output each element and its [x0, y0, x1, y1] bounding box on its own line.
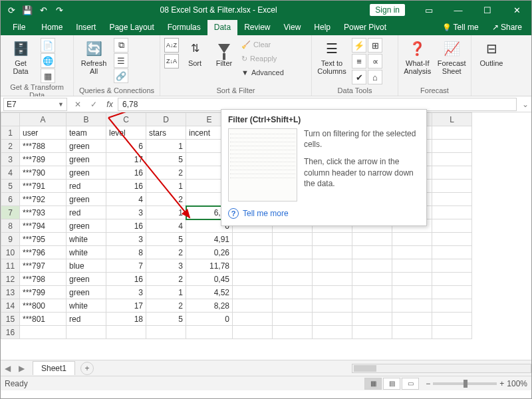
- cell[interactable]: 3: [146, 259, 186, 273]
- cell[interactable]: 5: [146, 313, 186, 326]
- cell[interactable]: [432, 326, 472, 339]
- flash-fill-icon[interactable]: ⚡: [352, 38, 366, 53]
- cell[interactable]: 18: [106, 313, 146, 326]
- redo-icon[interactable]: ↷: [51, 2, 67, 18]
- from-web-icon[interactable]: 🌐: [41, 53, 55, 68]
- autosave-icon[interactable]: ⟳: [3, 2, 19, 18]
- cell[interactable]: user: [20, 126, 66, 140]
- tab-page-layout[interactable]: Page Layout: [102, 20, 160, 35]
- cell[interactable]: [273, 313, 313, 326]
- cell[interactable]: [313, 246, 352, 259]
- advanced-filter-button[interactable]: ▼Advanced: [241, 66, 284, 79]
- cell[interactable]: 5: [146, 233, 186, 246]
- cell[interactable]: 2: [146, 246, 186, 259]
- cell[interactable]: [233, 233, 273, 246]
- cell[interactable]: white: [66, 246, 106, 259]
- cell[interactable]: [146, 326, 186, 339]
- cell[interactable]: ***801: [20, 313, 66, 326]
- cell[interactable]: 2: [146, 166, 186, 180]
- cell[interactable]: ***798: [20, 273, 66, 286]
- cell[interactable]: [392, 313, 432, 326]
- cell[interactable]: [273, 273, 313, 286]
- cell[interactable]: [432, 126, 472, 140]
- cell[interactable]: [352, 273, 392, 286]
- cell[interactable]: 0,26: [186, 246, 233, 259]
- cell[interactable]: 7: [106, 259, 146, 273]
- cell[interactable]: [352, 326, 392, 339]
- cell[interactable]: [66, 326, 106, 339]
- row-header[interactable]: 7: [1, 206, 20, 219]
- cell[interactable]: [233, 326, 273, 339]
- ribbon-options-icon[interactable]: ▭: [414, 1, 444, 19]
- cell[interactable]: green: [66, 219, 106, 233]
- consolidate-icon[interactable]: ⊞: [368, 38, 382, 53]
- cell[interactable]: [432, 286, 472, 299]
- sign-in-button[interactable]: Sign in: [370, 4, 405, 16]
- row-header[interactable]: 14: [1, 299, 20, 313]
- what-if-button[interactable]: ❓ What-If Analysis: [402, 38, 433, 75]
- sheet-nav-next-icon[interactable]: ▶: [15, 364, 29, 373]
- cell[interactable]: 5: [146, 153, 186, 166]
- from-table-icon[interactable]: ▦: [41, 68, 55, 83]
- text-to-columns-button[interactable]: ☰ Text to Columns: [316, 38, 348, 75]
- save-icon[interactable]: 💾: [19, 2, 35, 18]
- cell[interactable]: ***795: [20, 233, 66, 246]
- outline-button[interactable]: ⊟ Outline: [475, 38, 507, 67]
- minimize-button[interactable]: —: [444, 1, 473, 19]
- cell[interactable]: [352, 259, 392, 273]
- cell[interactable]: [233, 246, 273, 259]
- tab-file[interactable]: File: [3, 20, 35, 35]
- cell[interactable]: [273, 326, 313, 339]
- remove-dupes-icon[interactable]: ≡: [352, 54, 366, 68]
- zoom-in-button[interactable]: +: [499, 379, 504, 388]
- cell[interactable]: [432, 206, 472, 219]
- column-header[interactable]: C: [106, 113, 146, 126]
- cell[interactable]: [233, 259, 273, 273]
- cell[interactable]: [432, 313, 472, 326]
- row-header[interactable]: 11: [1, 259, 20, 273]
- row-header[interactable]: 9: [1, 233, 20, 246]
- cell[interactable]: 4: [146, 219, 186, 233]
- cell[interactable]: [432, 166, 472, 180]
- cell[interactable]: [432, 140, 472, 153]
- cell[interactable]: [432, 193, 472, 206]
- cell[interactable]: ***800: [20, 299, 66, 313]
- tab-home[interactable]: Home: [35, 20, 69, 35]
- cell[interactable]: [432, 219, 472, 233]
- row-header[interactable]: 15: [1, 313, 20, 326]
- cell[interactable]: [392, 286, 432, 299]
- cell[interactable]: level: [106, 126, 146, 140]
- cell[interactable]: [352, 246, 392, 259]
- cell[interactable]: ***799: [20, 286, 66, 299]
- formula-bar-expand-icon[interactable]: ⌄: [519, 100, 531, 109]
- cell[interactable]: 8,28: [186, 299, 233, 313]
- cell[interactable]: 4,52: [186, 286, 233, 299]
- select-all-corner[interactable]: [1, 113, 20, 126]
- column-header[interactable]: D: [146, 113, 186, 126]
- sort-button[interactable]: ⇅ Sort: [183, 38, 207, 67]
- cell[interactable]: [233, 313, 273, 326]
- row-header[interactable]: 12: [1, 273, 20, 286]
- undo-icon[interactable]: ↶: [35, 2, 51, 18]
- cell[interactable]: [352, 313, 392, 326]
- cell[interactable]: 2: [146, 193, 186, 206]
- cell[interactable]: 3: [106, 206, 146, 219]
- cell[interactable]: 8: [106, 246, 146, 259]
- row-header[interactable]: 13: [1, 286, 20, 299]
- row-header[interactable]: 2: [1, 140, 20, 153]
- cell[interactable]: green: [66, 166, 106, 180]
- cell[interactable]: [273, 233, 313, 246]
- cell[interactable]: 1: [146, 140, 186, 153]
- cell[interactable]: white: [66, 233, 106, 246]
- forecast-sheet-button[interactable]: 📈 Forecast Sheet: [437, 38, 467, 75]
- cell[interactable]: [313, 313, 352, 326]
- cell[interactable]: [313, 286, 352, 299]
- cell[interactable]: 1: [146, 180, 186, 193]
- cell[interactable]: ***789: [20, 153, 66, 166]
- row-header[interactable]: 10: [1, 246, 20, 259]
- cell[interactable]: 2: [146, 273, 186, 286]
- view-normal-button[interactable]: ▦: [364, 378, 382, 390]
- tab-power-pivot[interactable]: Power Pivot: [337, 20, 393, 35]
- row-header[interactable]: 8: [1, 219, 20, 233]
- cell[interactable]: 6: [106, 140, 146, 153]
